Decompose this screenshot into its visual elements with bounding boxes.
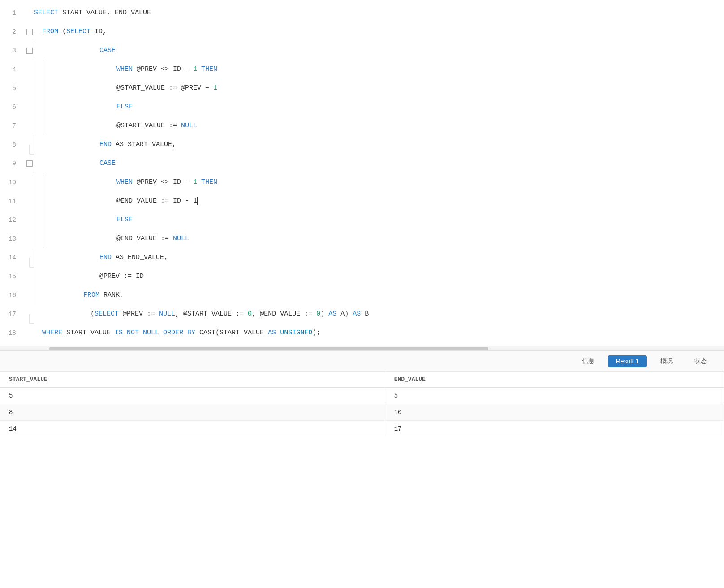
indent-guide: [34, 154, 34, 173]
indent-guide: [43, 192, 43, 211]
line-number: 17: [0, 305, 25, 324]
line-number: 3: [0, 41, 25, 60]
scrollbar-thumb: [49, 347, 488, 350]
indent-guide: [34, 117, 34, 135]
indent-guide: [34, 211, 34, 229]
indent-guide: [34, 79, 34, 98]
indent-guide: [34, 267, 34, 286]
code-line: 13 @END_VALUE := NULL: [0, 229, 724, 248]
code-content[interactable]: SELECT START_VALUE, END_VALUE: [34, 4, 724, 22]
code-content[interactable]: @PREV := ID: [43, 267, 724, 286]
text-cursor: [197, 197, 198, 205]
results-table: START_VALUEEND_VALUE558101417: [0, 372, 724, 437]
code-line: 10 WHEN @PREV <> ID - 1 THEN: [0, 173, 724, 192]
line-number: 11: [0, 192, 25, 211]
line-number: 6: [0, 98, 25, 117]
column-header: END_VALUE: [385, 372, 724, 388]
table-cell: 5: [385, 388, 724, 404]
line-number: 2: [0, 22, 25, 41]
code-line: 15 @PREV := ID: [0, 267, 724, 286]
code-content[interactable]: WHERE START_VALUE IS NOT NULL ORDER BY C…: [34, 324, 724, 342]
code-content[interactable]: ELSE: [52, 98, 724, 117]
toolbar-tab[interactable]: 信息: [574, 355, 603, 368]
table-row: 810: [0, 404, 724, 421]
code-line: 12 ELSE: [0, 211, 724, 229]
code-line: 7 @START_VALUE := NULL: [0, 117, 724, 135]
table-row: 1417: [0, 421, 724, 437]
indent-guide: [34, 98, 34, 117]
table-cell: 8: [0, 404, 385, 421]
indent-guide: [34, 192, 34, 211]
indent-guide: [43, 98, 43, 117]
results-container: START_VALUEEND_VALUE558101417: [0, 372, 724, 437]
scrollbar-area[interactable]: [0, 346, 724, 350]
code-content[interactable]: (SELECT @PREV := NULL, @START_VALUE := 0…: [34, 305, 724, 324]
code-line: 3− CASE: [0, 41, 724, 60]
line-number: 16: [0, 286, 25, 305]
code-line: 2− FROM (SELECT ID,: [0, 22, 724, 41]
code-line: 4 WHEN @PREV <> ID - 1 THEN: [0, 60, 724, 79]
line-number: 5: [0, 79, 25, 98]
code-line: 5 @START_VALUE := @PREV + 1: [0, 79, 724, 98]
code-content[interactable]: @START_VALUE := @PREV + 1: [52, 79, 724, 98]
indent-guide: [43, 229, 43, 248]
code-content[interactable]: FROM (SELECT ID,: [34, 22, 724, 41]
fold-icon[interactable]: −: [25, 160, 34, 167]
fold-icon[interactable]: −: [25, 48, 34, 54]
indent-guide: [43, 60, 43, 79]
toolbar-tab[interactable]: 状态: [686, 355, 715, 368]
code-content[interactable]: @START_VALUE := NULL: [52, 117, 724, 135]
toolbar-tab[interactable]: Result 1: [608, 355, 647, 367]
line-number: 10: [0, 173, 25, 192]
line-number: 1: [0, 4, 25, 22]
indent-guide: [34, 248, 34, 267]
table-cell: 10: [385, 404, 724, 421]
table-cell: 5: [0, 388, 385, 404]
code-content[interactable]: @END_VALUE := NULL: [52, 229, 724, 248]
line-number: 9: [0, 154, 25, 173]
indent-guide: [34, 229, 34, 248]
code-area[interactable]: 1SELECT START_VALUE, END_VALUE2− FROM (S…: [0, 0, 724, 346]
code-content[interactable]: END AS START_VALUE,: [43, 135, 724, 154]
code-content[interactable]: FROM RANK,: [43, 286, 724, 305]
code-content[interactable]: WHEN @PREV <> ID - 1 THEN: [52, 60, 724, 79]
table-row: 55: [0, 388, 724, 404]
line-number: 14: [0, 248, 25, 267]
code-line: 6 ELSE: [0, 98, 724, 117]
toolbar-tab[interactable]: 概况: [652, 355, 681, 368]
code-content[interactable]: @END_VALUE := ID - 1: [52, 192, 724, 211]
code-content[interactable]: ELSE: [52, 211, 724, 229]
code-line: 11 @END_VALUE := ID - 1: [0, 192, 724, 211]
table-cell: 14: [0, 421, 385, 437]
code-line: 1SELECT START_VALUE, END_VALUE: [0, 4, 724, 22]
code-content[interactable]: WHEN @PREV <> ID - 1 THEN: [52, 173, 724, 192]
fold-icon[interactable]: −: [25, 29, 34, 35]
line-number: 8: [0, 135, 25, 154]
line-number: 7: [0, 117, 25, 135]
indent-guide: [43, 211, 43, 229]
code-content[interactable]: CASE: [43, 41, 724, 60]
indent-guide: [34, 173, 34, 192]
indent-guide: [34, 286, 34, 305]
line-number: 4: [0, 60, 25, 79]
code-line: 9− CASE: [0, 154, 724, 173]
indent-guide: [43, 173, 43, 192]
line-number: 15: [0, 267, 25, 286]
indent-guide: [34, 135, 34, 154]
indent-guide: [34, 60, 34, 79]
code-content[interactable]: CASE: [43, 154, 724, 173]
code-line: 18 WHERE START_VALUE IS NOT NULL ORDER B…: [0, 324, 724, 342]
indent-guide: [43, 79, 43, 98]
line-number: 12: [0, 211, 25, 229]
code-line: 14 END AS END_VALUE,: [0, 248, 724, 267]
table-cell: 17: [385, 421, 724, 437]
code-content[interactable]: END AS END_VALUE,: [43, 248, 724, 267]
line-number: 13: [0, 229, 25, 248]
indent-guide: [43, 117, 43, 135]
column-header: START_VALUE: [0, 372, 385, 388]
code-line: 8 END AS START_VALUE,: [0, 135, 724, 154]
indent-guide: [34, 41, 34, 60]
code-line: 16 FROM RANK,: [0, 286, 724, 305]
code-line: 17 (SELECT @PREV := NULL, @START_VALUE :…: [0, 305, 724, 324]
line-number: 18: [0, 324, 25, 342]
